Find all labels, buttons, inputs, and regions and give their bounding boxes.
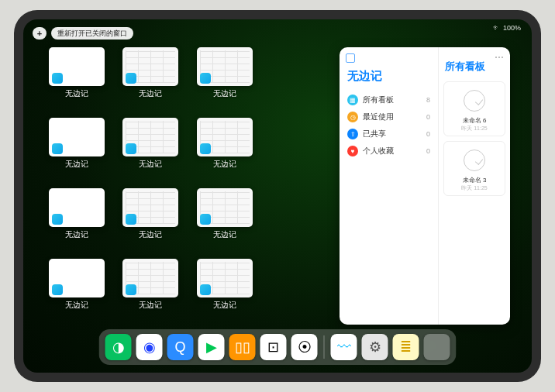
freeform-icon[interactable]: 〰 bbox=[331, 334, 357, 360]
top-buttons: + 重新打开已关闭的窗口 bbox=[33, 27, 133, 40]
row-label: 已共享 bbox=[363, 129, 386, 139]
window-thumbnail bbox=[197, 118, 253, 156]
app-window[interactable]: 无边记 bbox=[193, 118, 257, 184]
window-label: 无边记 bbox=[213, 229, 236, 240]
row-icon: ⇪ bbox=[347, 129, 358, 139]
window-thumbnail bbox=[122, 118, 178, 156]
side-panel: ⋯ 无边记 ▦所有看板8◷最近使用0⇪已共享0♥个人收藏0 所有看板 未命名 6… bbox=[340, 47, 510, 325]
notes-icon[interactable]: ≣ bbox=[393, 334, 419, 360]
row-icon: ▦ bbox=[347, 95, 358, 105]
row-label: 最近使用 bbox=[363, 112, 394, 122]
window-thumbnail bbox=[122, 47, 178, 86]
play-icon[interactable]: ▶ bbox=[198, 334, 225, 360]
app-window[interactable]: 无边记 bbox=[119, 47, 183, 113]
window-thumbnail bbox=[49, 118, 105, 156]
app-window[interactable]: 无边记 bbox=[45, 188, 109, 254]
new-window-button[interactable]: + bbox=[33, 27, 47, 40]
window-label: 无边记 bbox=[213, 88, 236, 99]
window-label: 无边记 bbox=[65, 300, 88, 311]
panel-row[interactable]: ◷最近使用0 bbox=[346, 108, 432, 126]
board-card[interactable]: 未命名 6昨天 11:25 bbox=[443, 81, 505, 136]
app-window[interactable]: 无边记 bbox=[119, 188, 183, 254]
board-name: 未命名 6 bbox=[463, 116, 487, 125]
window-label: 无边记 bbox=[65, 88, 88, 99]
app-window[interactable]: 无边记 bbox=[119, 118, 183, 184]
panel-app-icon bbox=[346, 53, 355, 63]
screen: ᯤ 100% + 重新打开已关闭的窗口 无边记无边记无边记无边记无边记无边记无边… bbox=[23, 19, 532, 373]
board-thumb bbox=[453, 85, 496, 116]
row-label: 所有看板 bbox=[363, 95, 394, 105]
window-thumbnail bbox=[122, 188, 178, 227]
window-label: 无边记 bbox=[139, 300, 162, 311]
panel-row[interactable]: ▦所有看板8 bbox=[346, 91, 432, 108]
panel-row[interactable]: ⇪已共享0 bbox=[346, 126, 432, 143]
panel-title: 无边记 bbox=[347, 69, 432, 84]
app-window[interactable]: 无边记 bbox=[193, 188, 257, 254]
board-thumb bbox=[453, 145, 496, 176]
board-date: 昨天 11:25 bbox=[461, 184, 487, 192]
panel-menu-button[interactable]: ⋯ bbox=[495, 52, 504, 63]
window-label: 无边记 bbox=[213, 300, 236, 311]
app-window[interactable]: 无边记 bbox=[193, 47, 257, 113]
window-grid: 无边记无边记无边记无边记无边记无边记无边记无边记无边记无边记无边记无边记 bbox=[45, 47, 330, 325]
barcode-icon[interactable]: ⦿ bbox=[291, 334, 318, 360]
row-count: 0 bbox=[426, 147, 430, 155]
app-window[interactable]: 无边记 bbox=[119, 259, 183, 325]
app-window[interactable]: 无边记 bbox=[45, 259, 109, 325]
cluster-icon[interactable] bbox=[424, 334, 450, 360]
row-count: 0 bbox=[426, 130, 430, 138]
window-thumbnail bbox=[49, 259, 105, 297]
window-thumbnail bbox=[49, 188, 105, 227]
wifi-icon: ᯤ bbox=[493, 24, 500, 32]
window-thumbnail bbox=[122, 259, 178, 297]
window-thumbnail bbox=[197, 188, 253, 227]
wechat-icon[interactable]: ◑ bbox=[105, 334, 132, 360]
tencent-video-icon[interactable]: ◉ bbox=[136, 334, 163, 360]
window-thumbnail bbox=[49, 47, 105, 86]
settings-icon[interactable]: ⚙ bbox=[362, 334, 388, 360]
panel-left: 无边记 ▦所有看板8◷最近使用0⇪已共享0♥个人收藏0 bbox=[340, 47, 439, 325]
row-icon: ◷ bbox=[347, 112, 358, 122]
panel-row[interactable]: ♥个人收藏0 bbox=[346, 143, 432, 160]
tablet-frame: ᯤ 100% + 重新打开已关闭的窗口 无边记无边记无边记无边记无边记无边记无边… bbox=[14, 10, 541, 382]
status-bar: ᯤ 100% bbox=[493, 24, 521, 32]
app-window[interactable]: 无边记 bbox=[45, 47, 109, 113]
window-label: 无边记 bbox=[65, 159, 88, 170]
window-thumbnail bbox=[197, 259, 253, 297]
window-label: 无边记 bbox=[139, 88, 162, 99]
window-label: 无边记 bbox=[139, 159, 162, 170]
dice-icon[interactable]: ⊡ bbox=[260, 334, 287, 360]
qq-browser-icon[interactable]: Q bbox=[167, 334, 194, 360]
battery-label: 100% bbox=[503, 24, 521, 32]
app-window[interactable]: 无边记 bbox=[45, 118, 109, 184]
dock-separator bbox=[324, 335, 325, 359]
row-count: 8 bbox=[426, 96, 430, 104]
window-label: 无边记 bbox=[65, 229, 88, 240]
reopen-closed-button[interactable]: 重新打开已关闭的窗口 bbox=[51, 27, 133, 40]
books-icon[interactable]: ▯▯ bbox=[229, 334, 256, 360]
row-count: 0 bbox=[426, 113, 430, 121]
window-label: 无边记 bbox=[213, 159, 236, 170]
window-thumbnail bbox=[197, 47, 253, 86]
app-window[interactable]: 无边记 bbox=[193, 259, 257, 325]
row-label: 个人收藏 bbox=[363, 146, 394, 156]
workspace: 无边记无边记无边记无边记无边记无边记无边记无边记无边记无边记无边记无边记 ⋯ 无… bbox=[45, 47, 510, 325]
board-date: 昨天 11:25 bbox=[461, 125, 487, 132]
panel-right: 所有看板 未命名 6昨天 11:25未命名 3昨天 11:25 bbox=[439, 47, 510, 325]
board-card[interactable]: 未命名 3昨天 11:25 bbox=[443, 141, 505, 196]
dock: ◑◉Q▶▯▯⊡⦿〰⚙≣ bbox=[99, 329, 457, 365]
board-name: 未命名 3 bbox=[463, 176, 487, 184]
window-label: 无边记 bbox=[139, 229, 162, 240]
row-icon: ♥ bbox=[347, 146, 358, 156]
